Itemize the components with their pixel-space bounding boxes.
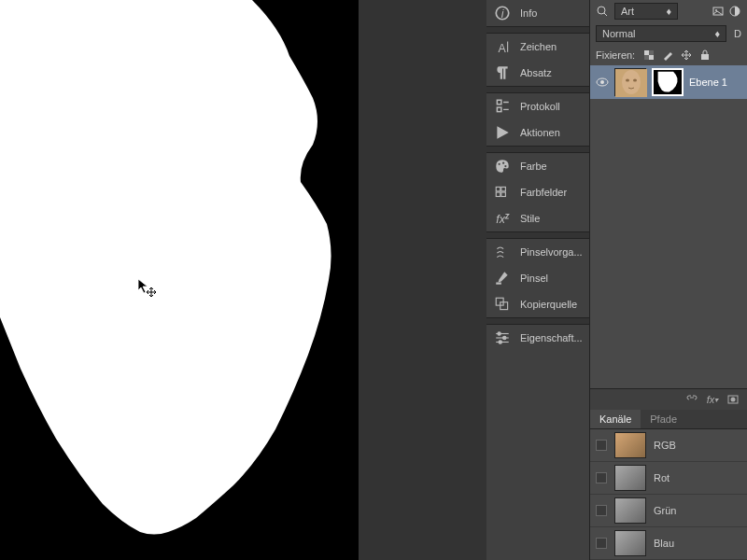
svg-point-23 [598,7,605,14]
channel-name: Grün [654,505,676,516]
svg-rect-11 [496,192,500,197]
right-panels: Art ♦ Normal ♦ D Fixieren: [590,0,747,560]
visibility-icon[interactable] [596,76,609,89]
channel-row-rgb[interactable]: RGB [590,429,747,462]
channel-vis[interactable] [596,538,607,549]
svg-point-21 [503,336,506,339]
panel-info[interactable]: i Info [486,0,589,26]
layer-list: Ebene 1 [590,65,747,99]
clone-icon [494,297,511,312]
svg-text:i: i [501,7,505,21]
svg-text:fx: fx [496,213,505,226]
svg-rect-14 [496,283,501,285]
blend-mode-dropdown[interactable]: Normal ♦ [596,25,726,42]
panel-styles[interactable]: fx Stile [486,205,589,231]
canvas[interactable] [0,0,359,560]
panel-color[interactable]: Farbe [486,153,589,179]
blend-value: Normal [602,28,635,39]
svg-point-22 [499,341,501,343]
panel-dock: i Info A Zeichen Absatz Protokoll Aktion… [486,0,590,560]
panel-label: Info [520,7,537,19]
lock-transparent-icon[interactable] [642,49,655,62]
filter-adjust-icon[interactable] [728,5,741,18]
filter-image-icon[interactable] [712,5,725,18]
tab-channels[interactable]: Kanäle [590,410,641,428]
panel-label: Stile [520,213,540,224]
fx-icon: fx [494,211,511,226]
panel-label: Zeichen [520,41,557,52]
svg-point-34 [600,80,604,84]
mask-thumb[interactable] [652,68,684,96]
panel-paragraph[interactable]: Absatz [486,60,589,86]
channel-vis[interactable] [596,505,607,516]
character-icon: A [494,39,511,54]
mask-footer-icon[interactable] [726,393,740,406]
svg-rect-5 [497,107,501,112]
panel-label: Kopierquelle [520,299,577,310]
svg-rect-9 [496,187,500,191]
panel-label: Aktionen [520,127,560,138]
panel-brush-presets[interactable]: Pinselvorga... [486,239,589,265]
svg-point-20 [498,332,500,335]
filter-dropdown[interactable]: Art ♦ [614,3,678,20]
panel-label: Farbfelder [520,187,567,198]
channel-vis[interactable] [596,472,607,483]
channel-name: Rot [654,472,669,483]
channel-thumb [614,497,646,524]
panel-label: Farbe [520,161,547,172]
panel-properties[interactable]: Eigenschaft... [486,325,589,351]
channel-thumb [614,465,646,491]
svg-point-38 [633,79,637,82]
channel-row-green[interactable]: Grün [590,495,747,527]
svg-text:A: A [499,42,507,55]
swatches-icon [494,185,511,200]
panel-swatches[interactable]: Farbfelder [486,179,589,205]
svg-point-36 [622,70,641,94]
panel-brush[interactable]: Pinsel [486,265,589,291]
brush-icon [494,271,511,286]
panel-label: Pinselvorga... [520,246,583,258]
svg-point-6 [499,163,500,165]
svg-rect-10 [501,187,506,191]
search-icon[interactable] [596,5,609,18]
properties-icon [494,330,511,345]
channels-tabs: Kanäle Pfade [590,410,747,429]
channel-row-blue[interactable]: Blau [590,527,747,560]
paragraph-icon [494,65,511,80]
lock-move-icon[interactable] [680,49,693,62]
fx-footer-icon[interactable]: fx▾ [706,393,719,406]
link-icon[interactable] [685,393,698,406]
lock-brush-icon[interactable] [661,49,674,62]
svg-rect-28 [644,50,649,55]
info-icon: i [494,6,511,21]
filter-value: Art [621,6,634,17]
panel-clone-source[interactable]: Kopierquelle [486,291,589,317]
svg-rect-31 [644,55,649,60]
svg-rect-32 [701,54,709,60]
svg-point-41 [731,398,736,402]
panel-history[interactable]: Protokoll [486,93,589,119]
palette-icon [494,159,511,174]
panel-actions[interactable]: Aktionen [486,119,589,146]
mask-shape [0,0,359,560]
channel-row-red[interactable]: Rot [590,462,747,495]
lock-label: Fixieren: [596,49,635,61]
layers-footer: fx▾ [590,388,747,410]
history-icon [494,99,511,114]
svg-point-7 [502,162,504,164]
lock-all-icon[interactable] [698,49,712,62]
panel-label: Absatz [520,67,552,78]
svg-point-8 [504,165,506,167]
tab-paths[interactable]: Pfade [641,410,686,428]
svg-line-24 [604,13,607,16]
layer-thumb[interactable] [614,68,646,96]
channel-vis[interactable] [596,440,607,451]
channel-thumb [614,432,646,458]
panel-label: Pinsel [520,273,548,284]
svg-rect-30 [649,50,654,55]
layer-row[interactable]: Ebene 1 [590,65,747,99]
svg-rect-29 [649,55,654,60]
channel-list: RGB Rot Grün Blau [590,429,747,560]
panel-character[interactable]: A Zeichen [486,34,589,60]
layer-name[interactable]: Ebene 1 [689,77,741,88]
